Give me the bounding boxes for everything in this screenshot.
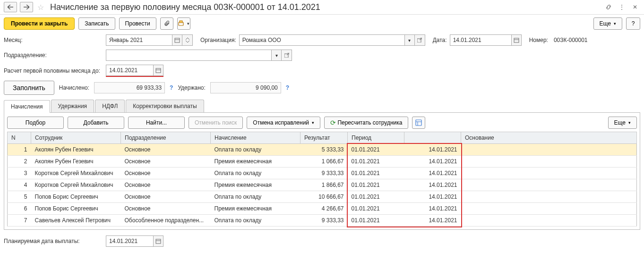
withheld-value: 9 090,00 (210, 82, 281, 93)
planned-date-input[interactable]: 14.01.2021 (106, 235, 153, 247)
cell-p2: 14.01.2021 (404, 168, 461, 179)
print-dropdown-button[interactable] (177, 17, 190, 30)
cell-dept: Основное (121, 191, 211, 203)
nav-forward-button[interactable] (20, 2, 33, 12)
col-n[interactable]: N (8, 132, 31, 144)
cell-emp: Попов Борис Сергеевич (31, 191, 121, 203)
svg-rect-13 (156, 239, 161, 243)
date-input[interactable]: 14.01.2021 (450, 34, 511, 46)
cell-res: 5 333,33 (301, 144, 348, 156)
cell-p2: 14.01.2021 (404, 191, 461, 203)
attach-icon[interactable] (160, 17, 173, 30)
table-row[interactable]: 4Коротков Сергей МихайловичОсновноеПреми… (8, 179, 637, 191)
cell-dept: Основное (121, 203, 211, 215)
cell-emp: Попов Борис Сергеевич (31, 203, 121, 215)
window-title: Начисление за первую половину месяца 00З… (50, 2, 601, 12)
withheld-label: Удержано: (178, 84, 205, 91)
cell-emp: Савельев Алексей Петрович (31, 215, 121, 227)
cell-res: 10 666,67 (301, 191, 348, 203)
pick-button[interactable]: Подбор (7, 117, 64, 129)
cell-acc: Премия ежемесячная (211, 203, 301, 215)
cell-n: 5 (8, 191, 31, 203)
recalc-button[interactable]: ⟳ Пересчитать сотрудника (324, 117, 408, 129)
cell-dept: Основное (121, 179, 211, 191)
cell-p2: 14.01.2021 (404, 215, 461, 227)
col-acc[interactable]: Начисление (211, 132, 301, 144)
fill-button[interactable]: Заполнить (4, 81, 54, 95)
col-period2[interactable] (404, 132, 461, 144)
col-period1[interactable]: Период (348, 132, 404, 144)
org-input[interactable]: Ромашка ООО (239, 34, 404, 46)
cell-p1: 01.01.2021 (348, 156, 404, 168)
help-icon[interactable]: ? (170, 84, 173, 91)
tab-ndfl[interactable]: НДФЛ (95, 100, 125, 112)
cell-dept: Основное (121, 156, 211, 168)
accruals-table: N Сотрудник Подразделение Начисление Рез… (7, 132, 637, 227)
table-row[interactable]: 7Савельев Алексей ПетровичОбособленное п… (8, 215, 637, 227)
col-base[interactable]: Основание (461, 132, 637, 144)
accrued-value: 69 933,33 (94, 82, 165, 93)
help-button[interactable]: ? (626, 17, 640, 30)
cell-n: 4 (8, 179, 31, 191)
cell-acc: Оплата по окладу (211, 191, 301, 203)
cell-n: 7 (8, 215, 31, 227)
save-button[interactable]: Записать (78, 17, 115, 30)
dept-input[interactable] (106, 50, 271, 61)
dept-open-icon[interactable] (282, 50, 292, 61)
cell-res: 4 266,67 (301, 203, 348, 215)
cell-dept: Основное (121, 144, 211, 156)
cancel-search-button[interactable]: Отменить поиск (189, 117, 243, 129)
toolbar-more-button[interactable]: Еще (593, 17, 622, 30)
cell-p2: 14.01.2021 (404, 144, 461, 156)
date-label: Дата: (433, 37, 447, 43)
org-dropdown-icon[interactable]: ▾ (404, 34, 415, 46)
cell-dept: Основное (121, 168, 211, 179)
nav-back-button[interactable] (4, 2, 17, 12)
table-row[interactable]: 5Попов Борис СергеевичОсновноеОплата по … (8, 191, 637, 203)
tab-withholdings[interactable]: Удержания (51, 100, 94, 112)
calendar-icon[interactable] (511, 34, 522, 46)
accrued-label: Начислено: (59, 84, 89, 91)
link-icon[interactable] (603, 2, 614, 12)
table-row[interactable]: 3Коротков Сергей МихайловичОсновноеОплат… (8, 168, 637, 179)
cell-base (461, 168, 637, 179)
add-button[interactable]: Добавить (68, 117, 124, 129)
cell-p2: 14.01.2021 (404, 203, 461, 215)
cell-base (461, 203, 637, 215)
col-res[interactable]: Результат (301, 132, 348, 144)
col-dept[interactable]: Подразделение (121, 132, 211, 144)
find-button[interactable]: Найти... (128, 117, 185, 129)
table-row[interactable]: 2Акопян Рубен ГезевичОсновноеПремия ежем… (8, 156, 637, 168)
calendar-icon[interactable] (153, 65, 163, 76)
svg-rect-2 (175, 38, 180, 42)
month-stepper[interactable] (182, 34, 193, 46)
cell-acc: Оплата по окладу (211, 168, 301, 179)
cell-base (461, 144, 637, 156)
svg-rect-8 (156, 68, 161, 73)
post-button[interactable]: Провести (119, 17, 156, 30)
card-view-icon[interactable] (412, 117, 425, 129)
favorite-star-icon[interactable]: ☆ (36, 2, 45, 12)
table-row[interactable]: 1Акопян Рубен ГезевичОсновноеОплата по о… (8, 144, 637, 156)
cell-p1: 01.01.2021 (348, 203, 404, 215)
post-and-close-button[interactable]: Провести и закрыть (4, 17, 75, 30)
svg-rect-10 (416, 120, 421, 126)
month-input[interactable]: Январь 2021 (106, 34, 172, 46)
calendar-icon[interactable] (172, 34, 182, 46)
help-icon[interactable]: ? (286, 84, 289, 91)
close-icon[interactable]: ✕ (630, 2, 640, 12)
calendar-icon[interactable] (153, 235, 163, 247)
tab-corrections[interactable]: Корректировки выплаты (126, 100, 204, 112)
col-emp[interactable]: Сотрудник (31, 132, 121, 144)
calc-until-input[interactable]: 14.01.2021 (106, 65, 153, 76)
dept-dropdown-icon[interactable]: ▾ (271, 50, 282, 61)
tab-accruals[interactable]: Начисления (4, 100, 50, 113)
org-open-icon[interactable] (415, 34, 425, 46)
cell-res: 9 333,33 (301, 215, 348, 227)
kebab-menu-icon[interactable]: ⋮ (617, 2, 627, 12)
table-row[interactable]: 6Попов Борис СергеевичОсновноеПремия еже… (8, 203, 637, 215)
tab-more-button[interactable]: Еще (608, 117, 637, 129)
cancel-fix-button[interactable]: Отмена исправлений (247, 117, 320, 129)
org-label: Организация: (200, 37, 236, 43)
cell-p1: 01.01.2021 (348, 179, 404, 191)
